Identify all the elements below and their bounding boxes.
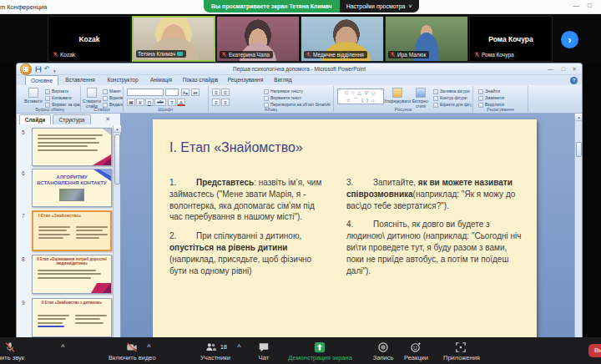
shape-fill-button[interactable]: Заливка фігури <box>433 88 472 94</box>
camera-off-icon[interactable] <box>125 341 139 353</box>
new-slide-button[interactable]: Створити слайд <box>82 88 102 109</box>
panel-tab-outline[interactable]: Структура <box>53 114 91 124</box>
undo-button[interactable]: ↶ <box>44 65 50 73</box>
tab-animatsiya[interactable]: Анімація <box>145 75 177 85</box>
reactions-button[interactable]: Реакции <box>397 354 435 361</box>
save-icon[interactable] <box>35 66 42 73</box>
strikethrough-button[interactable]: абв <box>154 99 166 106</box>
slide-thumbnail-9[interactable]: ІІ Етап «Знайомство з дитиною» <box>32 298 112 337</box>
apps-icon[interactable] <box>454 341 467 353</box>
tab-vstavlennya[interactable]: Вставлення <box>60 75 100 85</box>
participant-tile-ekaterina[interactable]: Екатерина Чала <box>216 16 300 62</box>
record-icon[interactable] <box>376 341 390 353</box>
share-screen-button[interactable]: Демонстрация экрана <box>280 354 360 361</box>
panel-scroll-thumb[interactable] <box>114 134 120 185</box>
slide-thumbnail-8[interactable]: ІІ Етап «Оцінювання потреб дорослої люди… <box>32 255 112 294</box>
help-icon[interactable]: ? <box>570 77 578 84</box>
maximize-button[interactable]: □ <box>588 2 592 9</box>
slide-thumbnail-6[interactable]: АЛГОРИТМУ ВСТАНОВЛЕННЯ КОНТАКТУ <box>32 169 112 207</box>
underline-button[interactable]: П <box>145 99 154 106</box>
group-editing: Знайти Замінити Виділити Редагування <box>473 86 528 112</box>
audio-options-chevron[interactable]: ˄ <box>61 342 65 350</box>
participants-icon[interactable] <box>205 341 218 353</box>
document-scrollbar[interactable]: ▲ <box>574 114 582 337</box>
office-button[interactable] <box>21 64 31 74</box>
tab-pokaz-slaidiv[interactable]: Показ слайдів <box>179 75 222 85</box>
scroll-thumb[interactable] <box>576 142 582 157</box>
participant-name-label: Екатерина Чала <box>220 51 273 58</box>
participant-tile-kozak[interactable]: Kozak Kozak <box>48 16 131 62</box>
scroll-up-icon[interactable]: ▲ <box>575 114 582 121</box>
participant-tile-ira[interactable]: Ира Малюк <box>385 16 468 62</box>
align-text-button[interactable]: Вирівняти текст <box>264 95 331 101</box>
find-button[interactable]: Знайти <box>478 88 525 94</box>
tab-retsenzuvannya[interactable]: Рецензування <box>224 75 267 85</box>
copy-button[interactable]: Копіювати <box>45 95 80 101</box>
view-settings-button[interactable]: Настройки просмотра˅ <box>340 0 419 13</box>
bold-button[interactable]: Ж <box>127 99 135 106</box>
screen-view-banner: Вы просматриваете экран Тетяна Климач На… <box>204 0 419 13</box>
record-button[interactable]: Запись <box>366 354 401 361</box>
grow-font-button[interactable]: А▴ <box>181 88 189 96</box>
reset-button[interactable]: Відновити <box>103 95 123 101</box>
paste-button[interactable]: Вставити <box>23 88 43 104</box>
participant-tile-roma[interactable]: Рома Кочура Рома Кочура <box>469 16 553 62</box>
tab-vyglyad[interactable]: Вигляд <box>269 75 297 85</box>
layout-button[interactable]: Макет <box>103 88 123 94</box>
align-left-button[interactable]: ≡ <box>212 99 220 106</box>
paste-icon <box>28 88 38 98</box>
replace-button[interactable]: Замінити <box>478 95 525 101</box>
arrange-button[interactable]: Упорядкувати <box>386 88 409 104</box>
font-color-button[interactable]: А <box>177 99 185 106</box>
apps-button[interactable]: Приложения <box>441 354 482 361</box>
chat-icon[interactable] <box>257 341 270 353</box>
muted-mic-icon <box>390 52 396 58</box>
share-screen-icon[interactable] <box>313 341 326 353</box>
group-paragraph: ≡ ≡ ≡ ≡ Напрямок тексту Вирівняти текст … <box>209 86 334 112</box>
shape-outline-button[interactable]: Контур фігури <box>433 95 472 101</box>
font-name-select[interactable] <box>127 88 164 96</box>
quick-styles-button[interactable]: Експрес-стилі <box>409 88 432 109</box>
participants-chevron[interactable]: ˄ <box>237 342 241 350</box>
italic-button[interactable]: К <box>136 99 144 106</box>
slide-thumbnail-5[interactable] <box>32 128 112 166</box>
align-center-button[interactable]: ≡ <box>221 99 230 106</box>
text-direction-button[interactable]: Напрямок тексту <box>264 88 331 94</box>
slide-thumbnail-7-selected[interactable]: І Етап «Знайомство» <box>32 210 112 251</box>
next-participants-button[interactable]: › <box>561 31 578 48</box>
cut-button[interactable]: Вирізати <box>45 88 80 94</box>
chat-button[interactable]: Чат <box>247 354 280 361</box>
participant-tile-medychne[interactable]: Медичне відділення <box>300 16 384 62</box>
video-options-chevron[interactable]: ˄ <box>147 342 151 350</box>
start-video-button[interactable]: Включить видео <box>109 354 155 361</box>
ppt-close-button[interactable]: ✕ <box>572 66 577 73</box>
ribbon: Вставити Вирізати Копіювати Формат за зр… <box>17 85 582 114</box>
minimize-button[interactable]: — <box>573 2 579 9</box>
reactions-icon[interactable] <box>409 341 422 353</box>
unmute-button[interactable]: Включить звук <box>0 354 35 361</box>
panel-close-icon[interactable]: ✕ <box>105 116 110 123</box>
ppt-minimize-button[interactable]: — <box>548 66 553 73</box>
slide-canvas[interactable]: І. Етап «Знайомство» 1.Представтесь: наз… <box>153 119 537 337</box>
scroll-up-icon[interactable]: ▲ <box>114 125 121 133</box>
panel-scrollbar[interactable]: ▲ <box>113 125 120 337</box>
shapes-gallery[interactable]: □ ○ △ ▽ ◇☆ ⌒ ( ) ⌂ <box>337 88 384 104</box>
text-shadow-button[interactable]: Т <box>168 99 176 106</box>
numbering-button[interactable]: ≡ <box>221 88 230 96</box>
ppt-maximize-button[interactable]: □ <box>562 66 565 73</box>
new-slide-icon <box>87 88 97 98</box>
shrink-font-button[interactable]: а▾ <box>191 88 199 96</box>
panel-tab-slides[interactable]: Слайди <box>19 114 51 124</box>
bullets-button[interactable]: ≡ <box>212 88 220 96</box>
mic-muted-icon[interactable] <box>3 341 17 353</box>
participants-button[interactable]: Участники <box>190 354 240 361</box>
group-slides: Створити слайд Макет Відновити Видалити … <box>81 86 124 112</box>
shape-outline-icon <box>433 96 438 101</box>
tab-konstruktor[interactable]: Конструктор <box>102 75 144 85</box>
font-size-select[interactable] <box>165 88 179 96</box>
qat-dropdown[interactable]: ▾ <box>53 67 56 75</box>
participant-tile-tetyana[interactable]: Тетяна Климач <box>132 16 215 62</box>
leave-meeting-button[interactable]: Выход <box>588 344 601 357</box>
thumb-number: 6 <box>22 170 25 176</box>
layout-icon <box>103 89 108 94</box>
